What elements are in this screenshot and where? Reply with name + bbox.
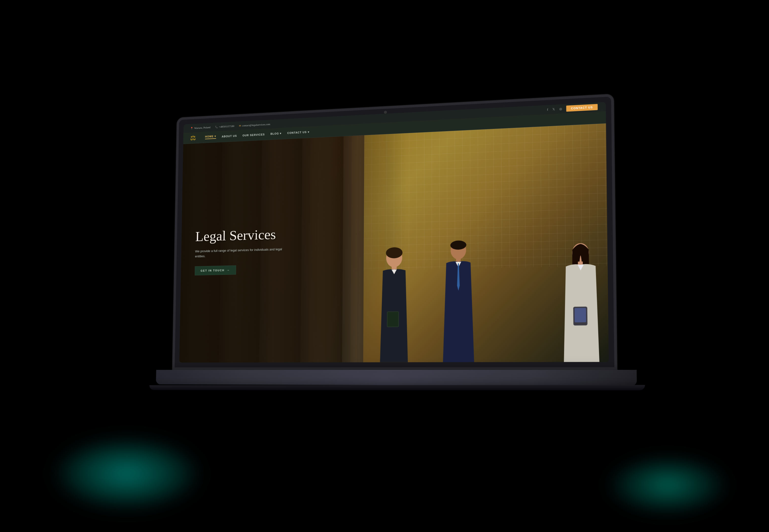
location-icon: 📍	[190, 127, 193, 130]
twitter-icon[interactable]: 𝕏	[552, 107, 555, 111]
home-dropdown-icon: ▾	[215, 135, 216, 138]
laptop: 📍 Warsaw, Poland 📞 +48501157180 ✉ contac…	[143, 101, 626, 431]
hero-section: Legal Services We provide a full range o…	[179, 123, 609, 363]
hero-subtitle: We provide a full range of legal service…	[195, 247, 285, 259]
email-text: contact@legalservices.com	[242, 123, 270, 127]
person-1-svg	[375, 186, 413, 362]
laptop-base-surface	[156, 370, 637, 386]
cta-arrow: →	[226, 268, 230, 272]
get-in-touch-button[interactable]: GET IN TOUCH →	[195, 265, 236, 275]
nav-services[interactable]: OUR SERVICES	[243, 133, 265, 137]
teal-glow-right	[604, 453, 731, 517]
logo: ⚖	[190, 135, 196, 141]
email-item: ✉ contact@legalservices.com	[239, 123, 270, 127]
email-icon: ✉	[239, 124, 241, 127]
person-3-svg	[558, 177, 604, 362]
nav-home[interactable]: HOME ▾	[205, 135, 216, 139]
svg-rect-10	[575, 308, 587, 322]
nav-contact[interactable]: CONTACT US ▾	[287, 130, 309, 135]
location-item: 📍 Warsaw, Poland	[190, 126, 210, 130]
top-bar-left: 📍 Warsaw, Poland 📞 +48501157180 ✉ contac…	[190, 123, 270, 130]
nav-links: HOME ▾ ABOUT US OUR SERVICES BLOG ▾ CONT…	[205, 130, 309, 139]
person-1	[375, 186, 413, 362]
person-2	[439, 169, 478, 362]
contact-dropdown-icon: ▾	[308, 130, 309, 134]
phone-icon: 📞	[215, 125, 218, 128]
logo-icon: ⚖	[190, 135, 196, 141]
website: 📍 Warsaw, Poland 📞 +48501157180 ✉ contac…	[179, 102, 609, 363]
svg-rect-3	[387, 312, 398, 327]
laptop-base	[156, 370, 637, 386]
laptop-bottom-edge	[149, 385, 645, 390]
instagram-icon[interactable]: ◎	[559, 107, 562, 111]
nav-about[interactable]: ABOUT US	[222, 134, 237, 138]
facebook-icon[interactable]: f	[547, 108, 548, 111]
location-text: Warsaw, Poland	[194, 126, 211, 129]
phone-item: 📞 +48501157180	[215, 125, 234, 128]
person-2-svg	[439, 169, 478, 362]
hero-title: Legal Services	[195, 226, 285, 244]
contact-us-button[interactable]: CONTACT US	[566, 104, 598, 112]
blog-dropdown-icon: ▾	[280, 132, 282, 135]
phone-text: +48501157180	[219, 125, 234, 128]
person-3	[558, 177, 604, 362]
hero-content: Legal Services We provide a full range o…	[180, 211, 299, 290]
top-bar-right: f 𝕏 ◎ CONTACT US	[547, 104, 598, 112]
people-area	[363, 147, 609, 362]
screen-bezel: 📍 Warsaw, Poland 📞 +48501157180 ✉ contac…	[179, 102, 609, 363]
laptop-lid: 📍 Warsaw, Poland 📞 +48501157180 ✉ contac…	[172, 94, 617, 370]
nav-blog[interactable]: BLOG ▾	[270, 132, 282, 136]
teal-glow-left	[51, 436, 203, 512]
